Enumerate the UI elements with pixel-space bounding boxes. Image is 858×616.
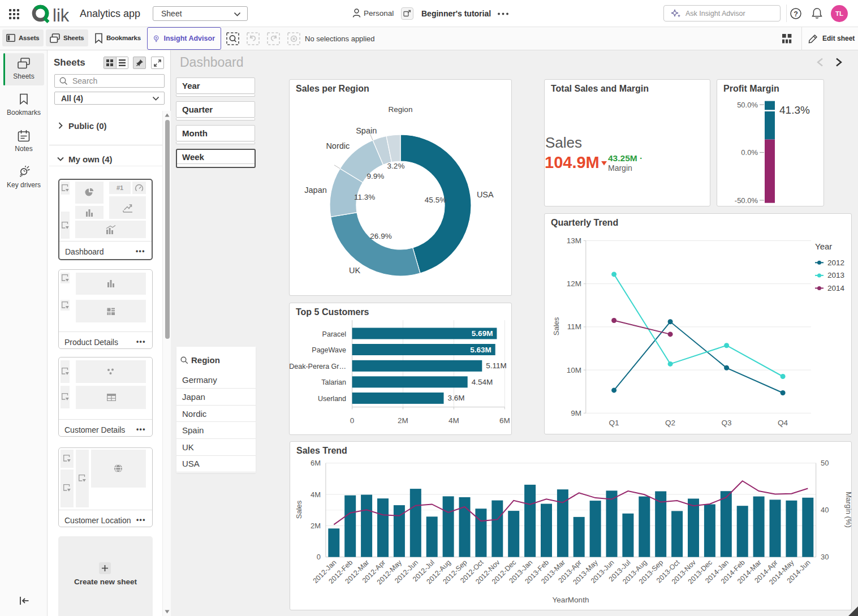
svg-text:lik: lik (53, 6, 70, 25)
svg-text:?: ? (794, 10, 798, 18)
